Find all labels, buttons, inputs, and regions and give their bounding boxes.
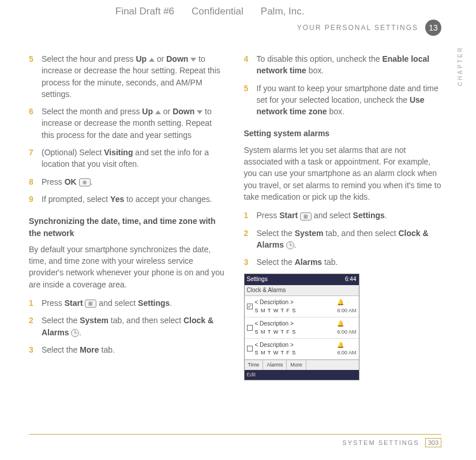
bold-up: Up (142, 107, 153, 116)
ss-tab-more: More (287, 360, 306, 370)
ok-button-icon: ⊛ (79, 178, 91, 186)
chapter-vertical-label: CHAPTER (457, 46, 463, 86)
step-number: 2 (29, 315, 42, 338)
bold: OK (65, 177, 77, 186)
bold: More (80, 345, 99, 354)
bold-down: Down (166, 54, 188, 63)
ss-app-title: Settings (247, 275, 268, 284)
ss-tabs: Time Alarms More (245, 360, 359, 370)
step-7: 7 (Optional) Select Visiting and set the… (29, 147, 227, 170)
step-number: 7 (29, 147, 42, 170)
right-column: 4 To disable this option, uncheck the En… (244, 53, 442, 380)
ss-time: 6:00 AM (337, 307, 356, 315)
ss-time: 6:00 AM (337, 349, 356, 357)
ss-desc-text: < Description > (255, 341, 335, 350)
text: (Optional) Select (42, 148, 104, 157)
text: Press (42, 298, 65, 308)
chapter-badge: 13 (425, 20, 441, 36)
right-step-4: 4 To disable this option, uncheck the En… (244, 53, 442, 77)
ss-days: S M T W T F S (255, 328, 335, 336)
company-label: Palm, Inc. (261, 6, 305, 17)
ss-time: 6:00 AM (337, 328, 356, 336)
step-9: 9 If prompted, select Yes to accept your… (29, 193, 227, 205)
right-step-3: 3 Select the Alarms tab. (244, 256, 442, 268)
text: . (170, 298, 172, 308)
bold: Settings (353, 211, 385, 220)
text: . (79, 328, 81, 337)
text: If prompted, select (42, 195, 110, 204)
step-number: 3 (244, 256, 257, 268)
left-step-3: 3 Select the More tab. (29, 344, 227, 356)
footer-label: SYSTEM SETTINGS (342, 439, 419, 446)
down-arrow-icon (197, 110, 203, 114)
bold: Yes (110, 195, 124, 204)
confidential-label: Confidential (192, 6, 243, 17)
step-number: 5 (29, 53, 42, 100)
bold: Alarms (295, 257, 322, 267)
right-step-1: 1 Press Start ⊞ and select Settings. (244, 210, 442, 221)
bold: Start (65, 298, 83, 308)
bold: Visiting (104, 148, 133, 157)
bold-up: Up (136, 54, 147, 63)
alarms-body: System alarms let you set alarms that ar… (244, 144, 442, 203)
ss-screen-title: Clock & Alarms (245, 285, 359, 297)
text: Select the month and press (42, 107, 142, 116)
checkbox-icon (247, 304, 253, 309)
step-number: 3 (29, 344, 42, 356)
left-step-1: 1 Press Start ⊞ and select Settings. (29, 297, 227, 309)
bold: System (295, 229, 324, 238)
text: or (161, 107, 173, 116)
clock-icon (71, 329, 79, 337)
ss-alarm-row: < Description >S M T W T F S 🔔6:00 AM (245, 339, 359, 360)
start-button-icon: ⊞ (85, 300, 96, 308)
ss-desc-text: < Description > (255, 298, 335, 307)
bold: Start (279, 211, 298, 220)
step-number: 5 (244, 83, 257, 118)
start-button-icon: ⊞ (300, 212, 312, 220)
step-6: 6 Select the month and press Up or Down … (29, 106, 227, 141)
text: . (91, 177, 93, 186)
section-title: YOUR PERSONAL SETTINGS (297, 24, 418, 32)
text: . (294, 240, 297, 249)
checkbox-icon (247, 346, 253, 351)
step-number: 8 (29, 176, 42, 188)
ss-tab-alarms: Alarms (263, 360, 287, 370)
text: tab, and then select (108, 316, 183, 325)
bold: Settings (138, 298, 170, 308)
text: Press (257, 211, 280, 220)
text: box. (327, 107, 344, 116)
text: Select the hour and press (42, 54, 136, 63)
text: Select the (42, 316, 80, 325)
ss-alarm-row: < Description >S M T W T F S 🔔6:00 AM (245, 296, 359, 317)
up-arrow-icon (155, 110, 161, 114)
ss-soft-key: Edit (245, 370, 359, 380)
step-number: 9 (29, 193, 42, 205)
left-step-2: 2 Select the System tab, and then select… (29, 315, 227, 338)
alarms-screenshot: Settings6:44 Clock & Alarms < Descriptio… (244, 274, 359, 380)
sync-body: By default your smartphone synchronizes … (29, 244, 227, 290)
text: Press (42, 177, 65, 186)
text: or (155, 54, 166, 63)
sync-heading: Synchronizing the date, time, and time z… (29, 215, 227, 239)
step-number: 4 (244, 53, 257, 77)
text: Select the (42, 345, 80, 354)
ss-days: S M T W T F S (255, 307, 335, 315)
text: and select (312, 211, 353, 220)
clock-icon (286, 241, 294, 249)
text: To disable this option, uncheck the (257, 54, 383, 63)
text: tab. (322, 257, 338, 267)
bold-down: Down (173, 107, 194, 116)
bell-icon: 🔔 (337, 298, 356, 307)
down-arrow-icon (190, 58, 196, 62)
step-number: 6 (29, 106, 42, 141)
right-step-5: 5 If you want to keep your smartphone da… (244, 83, 442, 118)
draft-label: Final Draft #6 (115, 6, 174, 17)
bell-icon: 🔔 (337, 341, 356, 350)
ss-alarm-row: < Description >S M T W T F S 🔔6:00 AM (245, 317, 359, 339)
text: tab. (99, 345, 115, 354)
left-column: 5 Select the hour and press Up or Down t… (29, 53, 227, 380)
ss-clock: 6:44 (345, 275, 356, 284)
step-number: 1 (29, 297, 42, 309)
page-footer: SYSTEM SETTINGS 303 (29, 434, 441, 447)
bell-icon: 🔔 (337, 320, 356, 328)
